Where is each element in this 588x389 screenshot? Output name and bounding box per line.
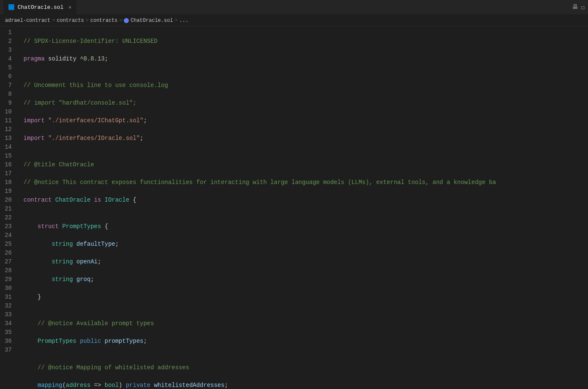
breadcrumb: adrael-contract > contracts > contracts … bbox=[0, 15, 588, 26]
breadcrumb-sep-1: > bbox=[52, 18, 55, 24]
title-bar: ChatOracle.sol ✕ 🖶 ◻ bbox=[0, 0, 588, 15]
solidity-icon bbox=[8, 4, 14, 10]
solidity-breadcrumb-icon bbox=[124, 18, 129, 23]
breadcrumb-part-3[interactable]: contracts bbox=[90, 18, 118, 24]
line-numbers: 1 2 3 4 5 6 7 8 9 10 11 12 13 14 15 16 1… bbox=[0, 26, 17, 389]
title-bar-actions: 🖶 ◻ bbox=[572, 4, 585, 11]
code-area[interactable]: // SPDX-License-Identifier: UNLICENSED p… bbox=[17, 26, 588, 389]
breadcrumb-part-1[interactable]: adrael-contract bbox=[5, 18, 50, 24]
breadcrumb-sep-2: > bbox=[86, 18, 89, 24]
breadcrumb-part-2[interactable]: contracts bbox=[57, 18, 84, 24]
code-editor: 1 2 3 4 5 6 7 8 9 10 11 12 13 14 15 16 1… bbox=[0, 26, 588, 389]
breadcrumb-part-4[interactable]: ChatOracle.sol bbox=[131, 18, 173, 24]
breadcrumb-part-5[interactable]: ... bbox=[179, 18, 188, 24]
breadcrumb-sep-3: > bbox=[119, 18, 122, 24]
restore-icon[interactable]: ◻ bbox=[581, 4, 585, 11]
tab-label: ChatOracle.sol bbox=[18, 4, 63, 11]
print-icon[interactable]: 🖶 bbox=[572, 4, 578, 11]
breadcrumb-sep-4: > bbox=[175, 18, 178, 24]
file-tab[interactable]: ChatOracle.sol ✕ bbox=[3, 0, 76, 15]
tab-close-button[interactable]: ✕ bbox=[68, 4, 71, 11]
